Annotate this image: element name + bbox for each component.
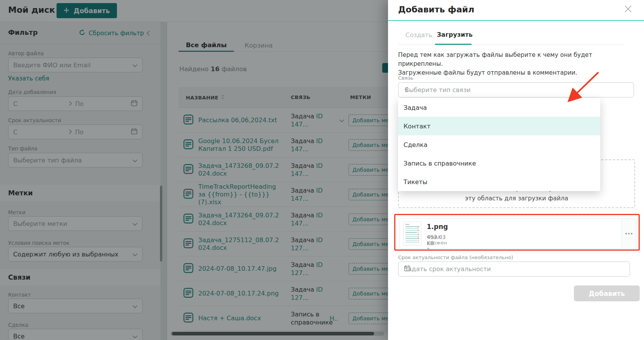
attached-file-card[interactable]: 1.png Файл вложен • 453.03 KB (399, 218, 636, 249)
close-icon[interactable] (623, 5, 633, 14)
active-tab-underline (435, 44, 472, 45)
attached-file-name: 1.png (427, 223, 448, 231)
upload-description: Перед тем как загружать файлы выберите к… (398, 51, 625, 77)
dropdown-option-directory[interactable]: Запись в справочнике (398, 154, 600, 173)
submit-add-button[interactable]: Добавить (574, 285, 640, 301)
more-icon[interactable] (621, 219, 636, 248)
dropdown-option-deal[interactable]: Сделка (398, 135, 600, 154)
file-thumbnail (404, 222, 421, 245)
chevron-left-icon[interactable] (405, 86, 408, 94)
modal-accent-divider (388, 20, 644, 21)
link-type-input[interactable] (405, 86, 627, 94)
file-relevance-label: Срок актуальности файла (необязательно) (398, 255, 513, 260)
tab-upload[interactable]: Загрузить (437, 31, 472, 38)
screen: Мой диск Добавить Фильтр Сбросить фильтр… (0, 0, 644, 340)
modal-title: Добавить файл (398, 5, 474, 14)
tab-create[interactable]: Создать (405, 31, 432, 39)
link-type-select[interactable] (398, 82, 634, 97)
dropdown-option-task[interactable]: Задача (398, 98, 600, 117)
file-relevance-input[interactable] (404, 265, 624, 273)
add-file-modal: Добавить файл Создать Загрузить Перед те… (388, 0, 644, 340)
dropdown-option-contact[interactable]: Контакт (398, 117, 600, 135)
dropdown-option-tickets[interactable]: Тикеты (398, 173, 600, 191)
link-type-dropdown: Задача Контакт Сделка Запись в справочни… (398, 98, 600, 191)
calendar-icon[interactable] (404, 265, 410, 273)
file-relevance-field[interactable] (398, 261, 630, 277)
red-highlight-box: 1.png Файл вложен • 453.03 KB (394, 214, 640, 251)
modal-tabs-divider (398, 44, 624, 45)
link-type-label: Связь (398, 75, 413, 81)
